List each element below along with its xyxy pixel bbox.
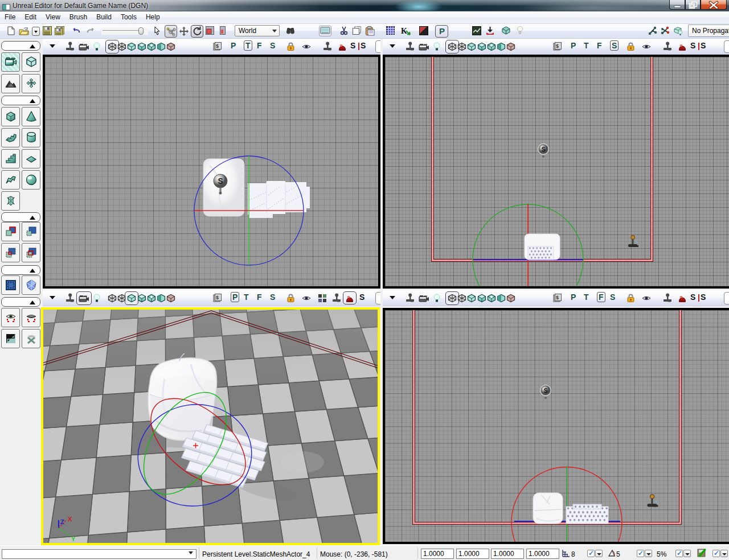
svg-text:T: T bbox=[30, 81, 33, 86]
svg-text:$: $ bbox=[216, 295, 219, 300]
svg-text:S: S bbox=[218, 177, 223, 186]
svg-text:$: $ bbox=[216, 43, 219, 49]
svg-text:X: X bbox=[68, 516, 72, 522]
svg-text:S: S bbox=[542, 146, 546, 153]
svg-text:$: $ bbox=[556, 295, 559, 300]
svg-text:$: $ bbox=[556, 43, 559, 49]
svg-text:Y: Y bbox=[71, 536, 76, 542]
svg-text:S: S bbox=[544, 388, 548, 394]
svg-text:Z: Z bbox=[60, 518, 64, 525]
